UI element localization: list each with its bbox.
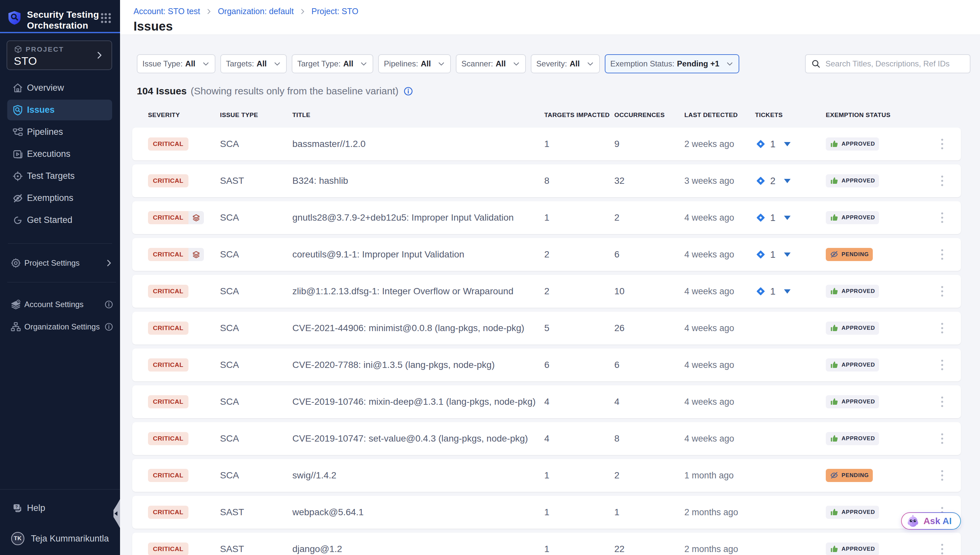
row-menu-icon[interactable] <box>939 321 945 335</box>
project-selector[interactable]: PROJECT STO <box>6 40 112 70</box>
title-cell[interactable]: B324: hashlib <box>292 176 544 186</box>
status-label: APPROVED <box>842 325 875 331</box>
table-row[interactable]: CRITICAL SAST django@1.2 1 22 2 months a… <box>132 533 961 555</box>
table-row[interactable]: CRITICAL SAST webpack@5.64.1 1 1 2 month… <box>132 496 961 529</box>
targets-impacted-cell: 5 <box>544 323 614 334</box>
filter-scanner[interactable]: Scanner: All <box>456 54 526 73</box>
table-row[interactable]: CRITICAL SCA zlib@1:1.2.13.dfsg-1: Integ… <box>132 275 961 308</box>
module-grid-icon[interactable] <box>101 13 111 23</box>
sidebar-item-help[interactable]: Help <box>7 498 112 518</box>
info-icon[interactable] <box>403 86 413 96</box>
sidebar-item-executions[interactable]: Executions <box>7 144 112 164</box>
tickets-cell[interactable]: 1 <box>755 212 826 223</box>
col-severity: SEVERITY <box>148 109 220 122</box>
targets-impacted-cell: 1 <box>544 507 614 518</box>
table-row[interactable]: CRITICAL SCA bassmaster//1.2.0 1 9 2 wee… <box>132 128 961 160</box>
breadcrumb-organization[interactable]: Organization: default <box>218 6 294 16</box>
issues-count-line: 104 Issues (Showing results only from th… <box>137 85 413 97</box>
table-row[interactable]: CRITICAL SCA coreutils@9.1-1: Improper I… <box>132 238 961 271</box>
row-menu-icon[interactable] <box>939 173 945 188</box>
sidebar-item-account-settings[interactable]: Account Settings <box>7 294 116 314</box>
filter-exemption-status[interactable]: Exemption Status: Pending +1 <box>605 54 739 73</box>
ai-robot-icon <box>906 515 919 528</box>
breadcrumb-project[interactable]: Project: STO <box>311 6 358 16</box>
row-menu-icon[interactable] <box>939 210 945 225</box>
severity-badge: CRITICAL <box>148 506 188 519</box>
title-cell[interactable]: swig//1.4.2 <box>292 470 544 481</box>
tickets-cell[interactable]: 2 <box>755 175 826 186</box>
last-detected-cell: 4 weeks ago <box>684 323 755 334</box>
row-menu-icon[interactable] <box>939 542 945 555</box>
row-menu-cell <box>921 173 961 188</box>
occurrences-cell: 2 <box>614 212 684 223</box>
info-icon[interactable] <box>104 300 114 309</box>
occurrences-cell: 22 <box>614 544 684 554</box>
filter-label: Pipelines: <box>384 59 418 68</box>
row-menu-icon[interactable] <box>939 284 945 298</box>
severity-badge: CRITICAL <box>148 395 188 408</box>
row-menu-icon[interactable] <box>939 137 945 151</box>
status-label: APPROVED <box>842 362 875 368</box>
caret-down-icon[interactable] <box>784 142 791 146</box>
sidebar-item-exemptions[interactable]: Exemptions <box>7 188 112 209</box>
table-row[interactable]: CRITICAL SCA CVE-2019-10747: set-value@0… <box>132 422 961 455</box>
sidebar-item-pipelines[interactable]: Pipelines <box>7 122 112 142</box>
ticket-count: 1 <box>770 286 775 297</box>
search-input[interactable] <box>826 59 964 68</box>
title-cell[interactable]: CVE-2021-44906: minimist@0.0.8 (lang-pkg… <box>292 323 544 334</box>
row-menu-icon[interactable] <box>939 358 945 372</box>
row-menu-icon[interactable] <box>939 431 945 446</box>
title-cell[interactable]: zlib@1:1.2.13.dfsg-1: Integer Overflow o… <box>292 286 544 297</box>
home-icon <box>12 82 24 94</box>
table-row[interactable]: CRITICAL SCA gnutls28@3.7.9-2+deb12u5: I… <box>132 201 961 234</box>
table-row[interactable]: CRITICAL SCA swig//1.4.2 1 2 1 month ago… <box>132 459 961 492</box>
title-cell[interactable]: CVE-2020-7788: ini@1.3.5 (lang-pkgs, nod… <box>292 360 544 370</box>
row-menu-icon[interactable] <box>939 468 945 483</box>
tickets-cell[interactable]: 1 <box>755 286 826 297</box>
title-cell[interactable]: bassmaster//1.2.0 <box>292 139 544 149</box>
filter-targets[interactable]: Targets: All <box>220 54 287 73</box>
table-row[interactable]: CRITICAL SCA CVE-2021-44906: minimist@0.… <box>132 312 961 345</box>
table-row[interactable]: CRITICAL SCA CVE-2019-10746: mixin-deep@… <box>132 385 961 418</box>
breadcrumb-account[interactable]: Account: STO test <box>133 6 200 16</box>
title-cell[interactable]: CVE-2019-10747: set-value@0.4.3 (lang-pk… <box>292 433 544 444</box>
table-row[interactable]: CRITICAL SCA CVE-2020-7788: ini@1.3.5 (l… <box>132 348 961 382</box>
get-started-icon <box>12 214 24 226</box>
sidebar-item-test-targets[interactable]: Test Targets <box>7 166 112 186</box>
title-cell[interactable]: webpack@5.64.1 <box>292 507 544 518</box>
filter-target-type[interactable]: Target Type: All <box>292 54 373 73</box>
project-label: PROJECT <box>26 46 64 53</box>
title-cell[interactable]: gnutls28@3.7.9-2+deb12u5: Improper Input… <box>292 212 544 223</box>
info-icon[interactable] <box>104 322 114 331</box>
severity-label: CRITICAL <box>148 395 188 408</box>
filter-severity[interactable]: Severity: All <box>531 54 600 73</box>
cube-icon <box>14 45 22 54</box>
row-menu-icon[interactable] <box>939 247 945 262</box>
tickets-cell[interactable]: 1 <box>755 249 826 260</box>
thumbs-up-icon <box>830 324 839 332</box>
sidebar-item-overview[interactable]: Overview <box>7 78 112 98</box>
filter-issue-type[interactable]: Issue Type: All <box>137 54 215 73</box>
table-row[interactable]: CRITICAL SAST B324: hashlib 8 32 3 weeks… <box>132 164 961 197</box>
title-cell[interactable]: coreutils@9.1-1: Improper Input Validati… <box>292 249 544 260</box>
sidebar-user[interactable]: TK Teja Kummarikuntla <box>7 529 112 549</box>
title-cell[interactable]: CVE-2019-10746: mixin-deep@1.3.1 (lang-p… <box>292 396 544 407</box>
filter-pipelines[interactable]: Pipelines: All <box>378 54 451 73</box>
status-cell: APPROVED <box>826 285 921 298</box>
sidebar-item-issues[interactable]: Issues <box>7 99 112 120</box>
ask-ai-button[interactable]: Ask AI <box>901 512 961 530</box>
chevron-right-icon <box>299 8 306 15</box>
caret-down-icon[interactable] <box>784 216 791 220</box>
title-cell[interactable]: django@1.2 <box>292 544 544 554</box>
tickets-cell[interactable]: 1 <box>755 138 826 149</box>
sidebar-item-organization-settings[interactable]: Organization Settings <box>7 316 116 337</box>
row-menu-cell <box>921 137 961 151</box>
caret-down-icon[interactable] <box>784 252 791 257</box>
caret-down-icon[interactable] <box>784 179 791 183</box>
caret-down-icon[interactable] <box>784 289 791 294</box>
sidebar-item-project-settings[interactable]: Project Settings <box>7 252 116 273</box>
chevron-right-icon[interactable] <box>95 50 104 60</box>
row-menu-icon[interactable] <box>939 395 945 409</box>
issue-type-cell: SCA <box>220 323 292 334</box>
sidebar-item-get-started[interactable]: Get Started <box>7 210 112 231</box>
